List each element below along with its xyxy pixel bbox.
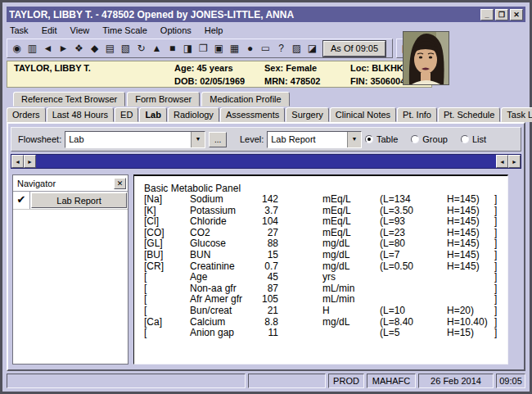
web-sphere-icon[interactable]: ● [242, 41, 258, 57]
lab-report-panel: Basic Metabolic Panel [Na] Sodium 142 mE… [133, 174, 508, 365]
scrollbar-track[interactable] [36, 155, 496, 168]
chevron-down-icon[interactable]: ▼ [191, 132, 205, 147]
tab-orders[interactable]: Orders [7, 107, 46, 122]
lab-name-cell: Age [190, 272, 254, 283]
timescale-range-icon[interactable]: ▧ [118, 41, 133, 57]
browse-flowsheet-button[interactable]: ... [209, 132, 227, 147]
lab-name-cell: Afr Amer gfr [190, 294, 254, 306]
status-empty-panel [248, 374, 326, 388]
lab-code-cell: [ [144, 283, 190, 295]
chart-folder-icon[interactable]: ▥ [25, 41, 40, 57]
checkmark-icon[interactable]: ✔ [13, 192, 30, 209]
lab-code-cell: [Ca] [144, 317, 190, 328]
context-help-icon[interactable]: ? [273, 41, 289, 57]
as-of-button[interactable]: As Of 09:05 [323, 41, 385, 57]
restore-button[interactable]: ❐ [495, 9, 508, 20]
lab-value-cell: 105 [254, 294, 278, 306]
radio-table-label: Table [376, 134, 398, 144]
save-icon[interactable]: ▣ [211, 41, 227, 57]
refresh-icon[interactable]: ↻ [133, 41, 149, 57]
status-facility: MAHAFC [367, 374, 416, 388]
level-select[interactable]: Lab Report ▼ [267, 131, 362, 148]
tab-ed[interactable]: ED [115, 107, 138, 122]
lab-row: [BU] BUN 15 mg/dL (L=7 H=145) ] [144, 250, 507, 261]
tab-pt-info[interactable]: Pt. Info [397, 107, 437, 122]
scroll-right-icon[interactable]: ► [24, 155, 36, 168]
lab-name-cell: Anion gap [190, 328, 254, 339]
lab-high-cell: H=10.40) [447, 317, 494, 328]
scroll-left-icon[interactable]: ◄ [496, 155, 508, 168]
status-message-panel [7, 374, 246, 388]
lab-report-button[interactable]: Lab Report [31, 192, 127, 208]
lab-value-cell: 21 [254, 306, 278, 317]
back-icon[interactable]: ◄ [40, 41, 56, 57]
lab-unit-cell: H [322, 306, 380, 317]
scroll-right-icon[interactable]: ► [508, 155, 521, 168]
lab-high-cell [447, 272, 494, 283]
flowsheet-select[interactable]: Lab ▼ [65, 131, 205, 148]
lab-high-cell: H=145) [447, 250, 494, 261]
lab-name-cell: Calcium [190, 317, 254, 328]
patient-banner: TAYLOR, LIBBY T. Age: 45 years Sex: Fema… [7, 61, 432, 88]
tab-radiology[interactable]: Radiology [168, 107, 219, 122]
menu-options[interactable]: Options [160, 25, 192, 35]
lab-row: [Cl] Chloride 104 mEq/L (L=93 H=145) ] [144, 216, 507, 228]
menu-edit[interactable]: Edit [42, 25, 57, 35]
tab-task-list[interactable]: Task List [501, 107, 532, 122]
tab-reference-text-browser[interactable]: Reference Text Browser [13, 92, 125, 106]
organizer-icon[interactable]: ▦ [227, 41, 242, 57]
date-range-scrollbar[interactable]: ◄ ► ◄ ► [11, 154, 521, 169]
status-environment: PROD [328, 374, 364, 388]
lab-row: [CR] Creatinine 0.7 mg/dL (L=0.50 H=145)… [144, 261, 507, 273]
lab-bracket-cell: ] [494, 317, 504, 328]
scroll-left-icon[interactable]: ◄ [11, 155, 24, 168]
menu-help[interactable]: Help [205, 25, 223, 35]
tab-last-48-hours[interactable]: Last 48 Hours [47, 107, 114, 122]
lab-high-cell: H=145) [447, 228, 494, 239]
close-button[interactable]: ✕ [510, 9, 523, 20]
forward-icon[interactable]: ► [56, 41, 71, 57]
publish-icon[interactable]: ▲ [149, 41, 165, 57]
close-icon[interactable]: ✕ [114, 178, 126, 189]
menu-time-scale[interactable]: Time Scale [102, 25, 147, 35]
menu-view[interactable]: View [70, 25, 90, 35]
lab-high-cell [447, 283, 494, 295]
full-screen-icon[interactable]: ■ [165, 41, 180, 57]
tab-form-browser[interactable]: Form Browser [127, 92, 200, 106]
lab-row: [CO] CO2 27 mEq/L (L=23 H=145) ] [144, 228, 507, 239]
lab-value-cell: 104 [254, 216, 278, 228]
lab-low-cell: (L=134 [380, 194, 447, 206]
lab-value-cell: 27 [254, 228, 278, 239]
lab-bracket-cell: ] [494, 328, 504, 339]
tab-lab[interactable]: Lab [139, 107, 167, 122]
tab-surgery[interactable]: Surgery [286, 107, 329, 122]
radio-list[interactable]: List [461, 134, 486, 144]
menu-task[interactable]: Task [10, 25, 29, 35]
lab-unit-cell: mEq/L [322, 194, 380, 206]
lab-unit-cell: mg/dL [322, 317, 380, 328]
new-window-icon[interactable]: ❐ [196, 41, 211, 57]
minimize-button[interactable]: _ [480, 9, 494, 20]
tab-pt-schedule[interactable]: Pt. Schedule [438, 107, 500, 122]
radio-group[interactable]: Group [411, 134, 448, 144]
tab-medication-profile[interactable]: Medication Profile [201, 92, 289, 106]
patient-search-icon[interactable]: ◉ [9, 41, 25, 57]
print-icon[interactable]: ▭ [258, 41, 273, 57]
report-icon[interactable]: ▨ [289, 41, 304, 57]
lab-low-cell: (L=5 [380, 328, 447, 339]
chevron-down-icon[interactable]: ▼ [347, 132, 361, 147]
ink-chart-icon[interactable]: ❖ [71, 41, 87, 57]
radio-table[interactable]: Table [365, 134, 398, 144]
tab-assessments[interactable]: Assessments [220, 107, 285, 122]
timescale-icon[interactable]: ▤ [102, 41, 118, 57]
lab-name-cell: Potassium [190, 206, 254, 217]
lab-row: [GL] Glucose 88 mg/dL (L=80 H=145) ] [144, 238, 507, 250]
tab-clinical-notes[interactable]: Clinical Notes [330, 107, 396, 122]
lab-code-cell: [CR] [144, 261, 190, 273]
eraser-icon[interactable]: ◪ [304, 41, 320, 57]
radio-icon [461, 135, 469, 143]
exit-icon[interactable]: ◨ [180, 41, 196, 57]
ink-chart-filled-icon[interactable]: ◆ [87, 41, 102, 57]
navigator-panel: Navigator ✕ ✔ Lab Report [12, 174, 128, 365]
lab-tab-page: Flowsheet: Lab ▼ ... Level: Lab Report ▼… [7, 122, 525, 371]
